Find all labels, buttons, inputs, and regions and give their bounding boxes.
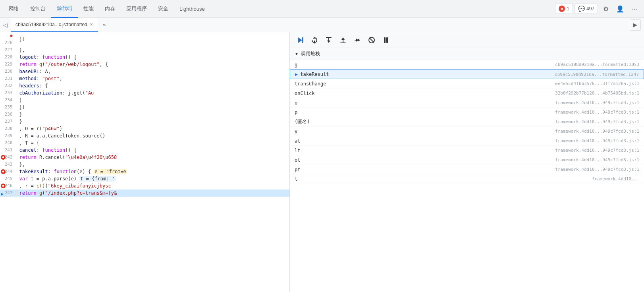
step-into-button[interactable] [323,35,334,46]
line-number: 239 [0,132,16,139]
stack-frame-anonymous[interactable]: (匿名) framework.4dd10...949c7fcd3.js:1 [290,117,644,127]
line-number: 240 [0,139,16,147]
line-number: ● 244 [0,168,16,175]
pause-on-exceptions-button[interactable] [380,35,391,46]
message-badge[interactable]: 💬 497 [575,4,598,14]
stack-fn-name: l [295,176,382,182]
step-button[interactable] [352,35,363,46]
more-tabs-button[interactable]: » [98,18,111,32]
step-out-button[interactable] [337,35,349,46]
active-file-tab[interactable]: cb9ac5198d9210a...c.js:formatted ✕ [11,18,98,32]
table-row[interactable]: ● 244 takeResult: function(e) { e = "fro… [0,168,289,175]
table-row[interactable]: 236 } [0,111,289,118]
table-row[interactable]: 243 }, [0,161,289,168]
table-row[interactable]: 235 }) [0,104,289,111]
code-line: }, [16,161,289,168]
error-icon: ✕ [559,6,565,12]
call-stack-title: 调用堆栈 [301,50,320,57]
table-row[interactable]: 239 , R = a.a.CancelToken.source() [0,132,289,139]
code-line: } [16,118,289,125]
user-button[interactable]: 👤 [614,2,627,15]
stack-frame-transChange[interactable]: transChange ee4e5cd4fb63576...3ff7a126a.… [290,79,644,89]
stack-frame-takeResult[interactable]: ▶ takeResult cb9ac5198d9210a...formatted… [290,70,644,79]
resume-button[interactable] [295,35,306,46]
code-line: } [16,111,289,118]
stack-frame-lt[interactable]: lt framework.4dd10...949c7fcd3.js:1 [290,146,644,155]
stack-frame-l[interactable]: l framework.4dd10... [290,174,644,184]
settings-button[interactable]: ⚙ [600,2,612,15]
code-line: cbAuthorization: j.get("Au [16,89,289,97]
table-row[interactable]: ● 242 return R.cancel("\u4e0a\u4f20\u658 [0,154,289,161]
stack-frame-g[interactable]: g cb9ac5198d9210a...formatted:1053 [290,60,644,70]
deactivate-breakpoints-button[interactable] [366,35,377,46]
step-over-button[interactable] [309,35,320,46]
code-line: return R.cancel("\u4e0a\u4f20\u658 [16,154,289,161]
code-line: , r = c()("6key_cibaifanyicjbysc [16,182,289,190]
stack-fn-loc: ee4e5cd4fb63576...3ff7a126a.js:1 [555,81,639,86]
svg-rect-18 [386,37,388,43]
table-row[interactable]: 232 headers: { [0,82,289,89]
table-row[interactable]: 238 , O = r("p46w") [0,125,289,132]
nav-item-security[interactable]: 安全 [152,0,174,18]
table-row[interactable]: 241 cancel: function() { [0,147,289,154]
active-file-name: cb9ac5198d9210a...c.js:formatted [15,22,87,27]
stack-frame-o[interactable]: o framework.4dd10...949c7fcd3.js:1 [290,98,644,108]
table-row[interactable]: 231 method: "post", [0,75,289,82]
nav-item-lighthouse[interactable]: Lighthouse [174,0,210,18]
code-line: , T = { [16,139,289,147]
line-number: 237 [0,118,16,125]
stack-fn-name: y [295,129,382,134]
table-row[interactable]: ● 226 }) [0,32,289,46]
stack-frame-ot[interactable]: ot framework.4dd10...949c7fcd3.js:1 [290,155,644,165]
stack-frame-pt[interactable]: pt framework.4dd10...949c7fcd3.js:1 [290,165,644,174]
stack-fn-loc: framework.4dd10...949c7fcd3.js:1 [555,167,639,172]
table-row[interactable]: 237 } [0,118,289,125]
collapse-icon: ▼ [295,52,299,56]
stack-fn-name: ot [295,157,382,163]
stack-fn-loc: framework.4dd10...949c7fcd3.js:1 [555,148,639,153]
stack-fn-name: g [295,62,382,68]
stack-frame-y[interactable]: y framework.4dd10...949c7fcd3.js:1 [290,127,644,136]
top-nav-bar: 网络 控制台 源代码 性能 内存 应用程序 安全 Lighthouse ✕ 1 … [0,0,644,18]
more-options-button[interactable]: ⋯ [628,2,641,15]
table-row[interactable]: 240 , T = { [0,139,289,147]
nav-item-network[interactable]: 网络 [3,0,25,18]
code-panel: ● 226 }) 227 }, 228 logout: function() { [0,32,290,292]
table-row[interactable]: ▶ 247 return g("/index.php?c=trans&m=fy& [0,190,289,197]
stack-fn-name: p [295,110,382,115]
nav-item-sources[interactable]: 源代码 [51,0,78,18]
table-row[interactable]: 233 cbAuthorization: j.get("Au [0,89,289,97]
nav-item-application[interactable]: 应用程序 [121,0,152,18]
stack-fn-loc: framework.4dd10...949c7fcd3.js:1 [555,119,639,124]
table-row[interactable]: 229 return g("/outer/web/logout", { [0,61,289,68]
table-row[interactable]: 245 var t = p.a.parse(e) t = {from: ' [0,175,289,182]
table-row[interactable]: 228 logout: function() { [0,54,289,61]
svg-marker-9 [341,37,345,40]
nav-item-performance[interactable]: 性能 [78,0,99,18]
stack-fn-loc: framework.4dd10...949c7fcd3.js:1 [555,138,639,143]
line-number: 238 [0,125,16,132]
svg-marker-6 [327,41,330,43]
call-stack-header[interactable]: ▼ 调用堆栈 [290,48,644,60]
nav-item-memory[interactable]: 内存 [99,0,121,18]
call-stack-panel[interactable]: ▼ 调用堆栈 g cb9ac5198d9210a...formatted:105… [290,48,644,292]
stack-fn-loc: cb9ac5198d9210a...formatted:1053 [555,62,639,67]
stack-fn-name: o [295,100,382,106]
stack-frame-onClick[interactable]: onClick 32b0f292b77b120...4b75405bd.js:1 [290,89,644,98]
nav-item-console[interactable]: 控制台 [25,0,51,18]
line-number: 228 [0,54,16,61]
code-line: cancel: function() { [16,147,289,154]
stack-frame-at[interactable]: at framework.4dd10...949c7fcd3.js:1 [290,136,644,146]
code-content[interactable]: ● 226 }) 227 }, 228 logout: function() { [0,32,289,292]
table-row[interactable]: 227 }, [0,46,289,54]
error-badge[interactable]: ✕ 1 [555,4,573,14]
sidebar-toggle[interactable]: ◁ [0,22,11,28]
table-row[interactable]: 230 baseURL: A, [0,68,289,75]
close-tab-button[interactable]: ✕ [90,22,93,27]
stack-frame-p[interactable]: p framework.4dd10...949c7fcd3.js:1 [290,108,644,117]
run-snippet-button[interactable]: ▶ [630,19,641,31]
table-row[interactable]: 234 } [0,97,289,104]
line-number: 229 [0,61,16,68]
table-row[interactable]: ● 246 , r = c()("6key_cibaifanyicjbysc [0,182,289,190]
line-number: 241 [0,147,16,154]
